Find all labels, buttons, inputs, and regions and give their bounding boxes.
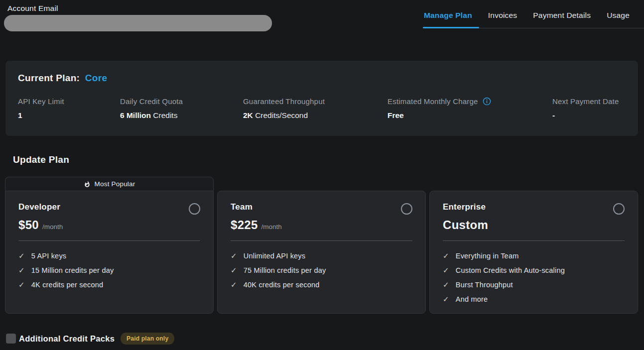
tab-payment-details[interactable]: Payment Details xyxy=(533,11,591,28)
account-email-input[interactable] xyxy=(4,15,272,31)
plan-name: Enterprise xyxy=(443,202,486,212)
plan-feature: ✓15 Million credits per day xyxy=(18,263,200,277)
info-icon[interactable] xyxy=(483,97,491,106)
stat-estimated-monthly-charge: Estimated Monthly Charge Free xyxy=(387,97,552,120)
plan-price: $225 xyxy=(231,218,258,232)
plan-radio-enterprise[interactable] xyxy=(613,203,625,215)
current-plan-title: Current Plan: Core xyxy=(18,73,626,84)
divider xyxy=(231,240,412,241)
plan-feature: ✓And more xyxy=(443,292,625,306)
top-bar: Account Email Manage Plan Invoices Payme… xyxy=(0,0,644,31)
check-icon: ✓ xyxy=(443,281,449,288)
check-icon: ✓ xyxy=(18,252,25,259)
plan-feature: ✓40K credits per second xyxy=(231,277,412,292)
tab-usage[interactable]: Usage xyxy=(607,11,630,28)
plan-feature: ✓5 API keys xyxy=(18,248,200,263)
plan-price: Custom xyxy=(443,218,488,232)
additional-credit-packs-row: Additional Credit Packs Paid plan only xyxy=(6,333,644,345)
additional-credit-packs-label: Additional Credit Packs xyxy=(19,334,115,344)
plan-period: /month xyxy=(42,223,63,231)
check-icon: ✓ xyxy=(231,266,237,274)
check-icon: ✓ xyxy=(443,252,449,259)
plan-feature: ✓Custom Credits with Auto-scaling xyxy=(443,263,625,277)
current-plan-title-prefix: Current Plan: xyxy=(18,73,80,83)
tab-invoices[interactable]: Invoices xyxy=(488,11,517,28)
check-icon: ✓ xyxy=(231,281,237,288)
plan-card-developer[interactable]: Developer $50 /month ✓5 API keys ✓15 Mil… xyxy=(5,191,214,314)
most-popular-band: Most Popular xyxy=(5,177,214,191)
account-email-label: Account Email xyxy=(7,4,276,13)
check-icon: ✓ xyxy=(231,252,237,259)
most-popular-label: Most Popular xyxy=(95,180,135,188)
current-plan-name: Core xyxy=(85,73,108,83)
plan-card-team[interactable]: Team $225 /month ✓Unlimited API keys ✓75… xyxy=(217,191,426,314)
plan-feature: ✓Burst Throughput xyxy=(443,277,625,292)
divider xyxy=(18,240,200,241)
divider xyxy=(443,240,625,241)
plan-radio-developer[interactable] xyxy=(189,203,200,215)
current-plan-stats: API Key Limit 1 Daily Credit Quota 6 Mil… xyxy=(18,97,626,120)
plan-period: /month xyxy=(261,223,282,231)
stat-api-key-limit: API Key Limit 1 xyxy=(18,97,120,120)
plans-grid: Most Popular Developer $50 /month ✓5 API… xyxy=(5,177,638,314)
plan-feature: ✓75 Million credits per day xyxy=(231,263,412,277)
current-plan-card: Current Plan: Core API Key Limit 1 Daily… xyxy=(5,61,638,136)
update-plan-title: Update Plan xyxy=(13,154,644,165)
tab-manage-plan[interactable]: Manage Plan xyxy=(424,11,472,28)
plan-name: Team xyxy=(231,202,253,212)
plan-column-team: Team $225 /month ✓Unlimited API keys ✓75… xyxy=(217,191,426,314)
plan-card-enterprise[interactable]: Enterprise Custom ✓Everything in Team ✓C… xyxy=(429,191,638,314)
plan-radio-team[interactable] xyxy=(401,203,412,215)
plan-feature: ✓Unlimited API keys xyxy=(231,248,412,263)
plan-column-enterprise: Enterprise Custom ✓Everything in Team ✓C… xyxy=(429,191,638,314)
flame-icon xyxy=(84,181,91,188)
plan-features: ✓5 API keys ✓15 Million credits per day … xyxy=(18,248,200,292)
additional-credit-packs-checkbox[interactable] xyxy=(6,334,16,344)
check-icon: ✓ xyxy=(443,266,449,274)
check-icon: ✓ xyxy=(18,281,25,288)
plan-name: Developer xyxy=(18,202,60,212)
paid-plan-only-badge: Paid plan only xyxy=(121,333,174,345)
account-email-block: Account Email xyxy=(7,4,276,31)
plan-features: ✓Everything in Team ✓Custom Credits with… xyxy=(443,248,625,306)
plan-column-developer: Most Popular Developer $50 /month ✓5 API… xyxy=(5,177,214,314)
plan-features: ✓Unlimited API keys ✓75 Million credits … xyxy=(231,248,412,292)
check-icon: ✓ xyxy=(443,295,449,303)
stat-guaranteed-throughput: Guaranteed Throughput 2K Credits/Second xyxy=(243,97,387,120)
billing-tabs: Manage Plan Invoices Payment Details Usa… xyxy=(424,4,644,28)
stat-next-payment-date: Next Payment Date - xyxy=(552,97,626,120)
check-icon: ✓ xyxy=(18,266,25,274)
plan-price: $50 xyxy=(18,218,39,232)
plan-feature: ✓4K credits per second xyxy=(18,277,200,292)
plan-feature: ✓Everything in Team xyxy=(443,248,625,263)
stat-daily-credit-quota: Daily Credit Quota 6 Million Credits xyxy=(120,97,243,120)
